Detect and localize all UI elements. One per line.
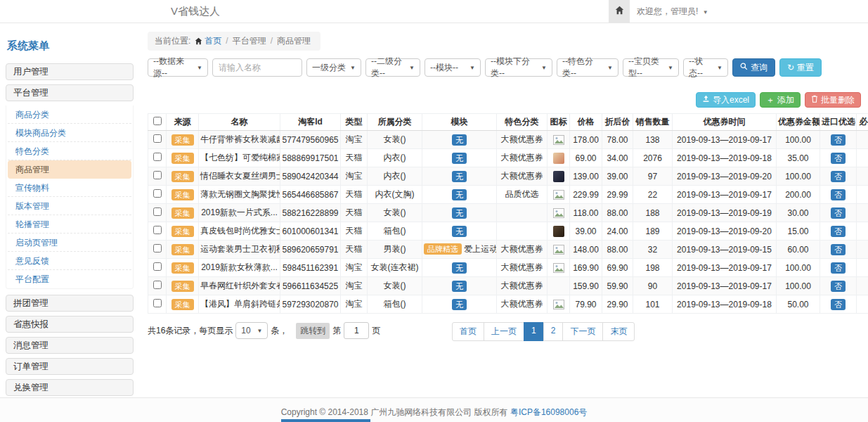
import-pick-badge[interactable]: 否	[831, 281, 846, 292]
breadcrumb-home-link[interactable]: 首页	[205, 36, 221, 46]
sidebar-item-特色分类[interactable]: 特色分类	[8, 142, 131, 160]
module-cell: 无	[422, 204, 497, 222]
user-menu[interactable]: 欢迎您，管理员! ▼	[637, 0, 708, 24]
name-cell: 【港风】单肩斜跨链条...	[199, 295, 280, 314]
icon-cell	[548, 241, 570, 259]
row-checkbox[interactable]	[153, 207, 162, 216]
add-button[interactable]: ＋添加	[760, 92, 801, 108]
row-checkbox[interactable]	[153, 171, 162, 179]
pager-button-下一页[interactable]: 下一页	[562, 322, 603, 341]
name-search-input[interactable]	[212, 58, 302, 77]
sales-cell: 22	[633, 186, 673, 204]
module-select[interactable]: --模块--▼	[425, 58, 481, 77]
icp-link[interactable]: 粤ICP备16098006号	[510, 407, 587, 417]
sidebar-item-启动页管理[interactable]: 启动页管理	[8, 234, 131, 252]
row-checkbox[interactable]	[153, 299, 162, 307]
import-pick-badge[interactable]: 否	[831, 171, 846, 182]
per-page-select[interactable]: 10▼	[235, 322, 268, 339]
import-pick-badge[interactable]: 否	[831, 226, 846, 237]
category-cell: 内衣()	[368, 167, 422, 186]
chevron-down-icon: ▼	[469, 65, 475, 71]
select-all-checkbox[interactable]	[153, 117, 162, 125]
chevron-down-icon: ▼	[668, 65, 673, 71]
level1-category-select[interactable]: 一级分类▼	[306, 58, 361, 77]
import-pick-badge[interactable]: 否	[831, 207, 846, 219]
discount-price-cell: 29.90	[602, 295, 633, 314]
product-thumbnail	[553, 171, 564, 182]
column-header-名称: 名称	[199, 114, 280, 131]
column-header-图标: 图标	[548, 114, 570, 131]
feature-category-select[interactable]: --特色分类--▼	[557, 58, 618, 77]
sidebar-group-兑换管理[interactable]: 兑换管理	[6, 379, 134, 396]
table-row: 采集【七色纺】可爱纯棉家...588869917501天猫内衣()无大额优惠券6…	[148, 149, 868, 167]
sidebar-group-拼团管理[interactable]: 拼团管理	[6, 295, 134, 312]
sidebar-item-轮播管理[interactable]: 轮播管理	[8, 215, 131, 234]
row-checkbox[interactable]	[153, 244, 162, 252]
row-checkbox[interactable]	[153, 134, 162, 143]
row-checkbox[interactable]	[153, 226, 162, 234]
sidebar-item-商品分类[interactable]: 商品分类	[8, 106, 131, 124]
page-number-input[interactable]	[344, 322, 369, 339]
pager-button-上一页[interactable]: 上一页	[484, 322, 524, 341]
category-cell: 箱包()	[368, 295, 422, 314]
coupon-time-cell: 2019-09-13—2019-09-15	[673, 241, 777, 259]
name-cell: 2019新款一片式系...	[199, 204, 280, 222]
taoke-id-cell: 588216228899	[280, 204, 341, 222]
pager-button-1[interactable]: 1	[524, 322, 544, 341]
import-excel-button[interactable]: 导入excel	[696, 92, 756, 108]
taoke-id-cell: 588869917501	[280, 149, 341, 167]
sidebar-group-user-mgmt[interactable]: 用户管理	[6, 63, 134, 80]
sidebar-group-消息管理[interactable]: 消息管理	[6, 337, 134, 354]
sidebar-item-宣传物料[interactable]: 宣传物料	[8, 179, 131, 197]
sidebar-group-platform-mgmt[interactable]: 平台管理	[6, 84, 134, 101]
column-header-进口优选: 进口优选	[820, 114, 857, 131]
pager-button-2[interactable]: 2	[543, 322, 564, 341]
table-row: 采集【港风】单肩斜跨链条...597293020870淘宝箱包()无大额优惠券7…	[148, 295, 868, 314]
import-pick-badge[interactable]: 否	[831, 244, 846, 255]
import-pick-badge[interactable]: 否	[831, 262, 846, 274]
row-checkbox[interactable]	[153, 262, 162, 271]
pager-button-首页[interactable]: 首页	[452, 322, 484, 341]
reset-button[interactable]: ↻重置	[779, 58, 822, 77]
breadcrumb-label: 当前位置:	[155, 36, 190, 46]
item-type-select[interactable]: --宝贝类型--▼	[623, 58, 679, 77]
source-cell: 采集	[167, 222, 199, 241]
must-buy-cell: 否	[857, 186, 868, 204]
type-cell: 淘宝	[341, 259, 368, 277]
bottom-scrollbar-thumb[interactable]	[281, 419, 370, 422]
level2-category-select[interactable]: --二级分类--▼	[365, 58, 420, 77]
batch-delete-button[interactable]: 批量删除	[805, 92, 861, 108]
pager-button-末页[interactable]: 末页	[602, 322, 635, 341]
query-button[interactable]: 查询	[732, 58, 775, 77]
import-pick-badge[interactable]: 否	[831, 299, 846, 310]
row-checkbox[interactable]	[153, 281, 162, 289]
sales-cell: 2076	[633, 149, 673, 167]
home-button[interactable]	[609, 0, 630, 23]
sidebar-item-模块商品分类[interactable]: 模块商品分类	[8, 124, 131, 142]
import-pick-badge[interactable]: 否	[831, 153, 846, 164]
import-pick-badge[interactable]: 否	[831, 189, 846, 200]
row-checkbox[interactable]	[153, 189, 162, 198]
import-pick-badge[interactable]: 否	[831, 134, 846, 146]
home-icon	[615, 5, 624, 18]
sidebar-group-订单管理[interactable]: 订单管理	[6, 358, 134, 375]
sidebar-item-商品管理[interactable]: 商品管理	[8, 160, 131, 179]
jump-button[interactable]: 跳转到	[296, 323, 330, 339]
module-sub-category-select[interactable]: --模块下分类--▼	[485, 58, 552, 77]
import-pick-cell: 否	[820, 295, 857, 314]
sidebar-item-平台配置[interactable]: 平台配置	[8, 270, 131, 288]
page-word-after: 页	[372, 325, 380, 337]
sidebar-group-省惠快报[interactable]: 省惠快报	[6, 316, 134, 333]
record-count-text: 共16条记录，每页显示	[148, 325, 233, 337]
row-checkbox[interactable]	[153, 153, 162, 161]
status-select[interactable]: --状态--▼	[683, 58, 728, 77]
source-cell: 采集	[167, 131, 199, 149]
broken-image-icon	[553, 244, 564, 254]
top-header: V省钱达人 欢迎您，管理员! ▼	[0, 0, 868, 23]
price-cell: 229.99	[570, 186, 602, 204]
sidebar-item-意见反馈[interactable]: 意见反馈	[8, 252, 131, 270]
sidebar-item-版本管理[interactable]: 版本管理	[8, 197, 131, 215]
data-source-select[interactable]: --数据来源--▼	[148, 58, 208, 77]
row-select-cell	[148, 167, 167, 186]
name-cell: 薄款无钢圈文胸聚拢性...	[199, 186, 280, 204]
